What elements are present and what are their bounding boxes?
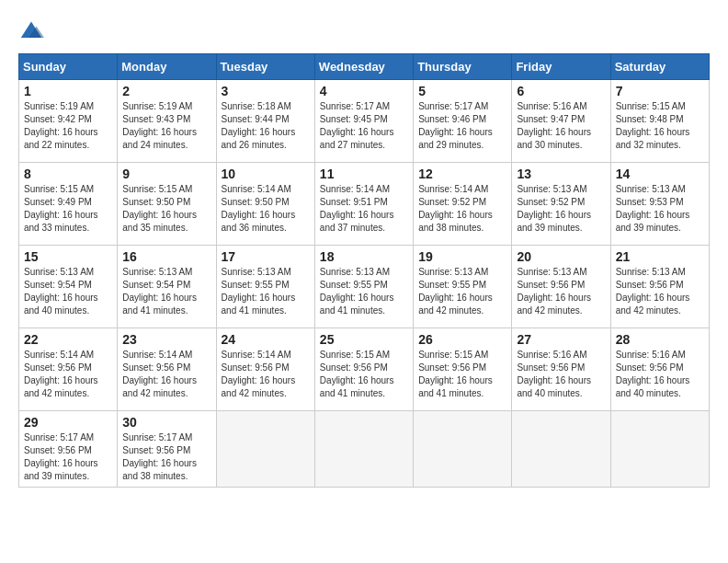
calendar-week-row: 8 Sunrise: 5:15 AM Sunset: 9:49 PM Dayli… — [19, 163, 710, 246]
day-number: 15 — [24, 249, 112, 264]
calendar-day-cell: 8 Sunrise: 5:15 AM Sunset: 9:49 PM Dayli… — [19, 163, 118, 246]
calendar-day-header: Monday — [118, 54, 216, 80]
day-info: Sunrise: 5:13 AM Sunset: 9:55 PM Dayligh… — [418, 266, 506, 317]
calendar-day-cell: 14 Sunrise: 5:13 AM Sunset: 9:53 PM Dayl… — [610, 163, 709, 246]
day-number: 20 — [517, 249, 605, 264]
day-info: Sunrise: 5:14 AM Sunset: 9:56 PM Dayligh… — [24, 349, 112, 400]
day-number: 14 — [616, 167, 704, 181]
calendar-day-cell — [314, 411, 413, 488]
day-info: Sunrise: 5:14 AM Sunset: 9:56 PM Dayligh… — [222, 349, 310, 400]
calendar-day-header: Saturday — [610, 54, 709, 80]
calendar-day-cell: 26 Sunrise: 5:15 AM Sunset: 9:56 PM Dayl… — [414, 328, 512, 411]
calendar-day-cell — [414, 411, 512, 488]
calendar-day-cell: 2 Sunrise: 5:19 AM Sunset: 9:43 PM Dayli… — [118, 80, 216, 163]
day-number: 6 — [517, 84, 605, 98]
day-number: 17 — [222, 249, 310, 264]
calendar-day-cell: 28 Sunrise: 5:16 AM Sunset: 9:56 PM Dayl… — [610, 328, 709, 411]
calendar-day-cell: 4 Sunrise: 5:17 AM Sunset: 9:45 PM Dayli… — [314, 80, 413, 163]
calendar-day-cell: 27 Sunrise: 5:16 AM Sunset: 9:56 PM Dayl… — [512, 328, 610, 411]
day-number: 12 — [418, 167, 506, 181]
logo — [18, 18, 48, 44]
calendar-day-cell: 9 Sunrise: 5:15 AM Sunset: 9:50 PM Dayli… — [118, 163, 216, 246]
day-number: 22 — [24, 332, 112, 347]
calendar-day-cell: 13 Sunrise: 5:13 AM Sunset: 9:52 PM Dayl… — [512, 163, 610, 246]
calendar-day-cell: 10 Sunrise: 5:14 AM Sunset: 9:50 PM Dayl… — [216, 163, 314, 246]
calendar-day-cell — [216, 411, 314, 488]
day-info: Sunrise: 5:17 AM Sunset: 9:45 PM Dayligh… — [320, 100, 408, 152]
day-number: 4 — [320, 84, 408, 98]
day-info: Sunrise: 5:14 AM Sunset: 9:52 PM Dayligh… — [418, 183, 506, 235]
day-number: 24 — [222, 332, 310, 347]
day-number: 18 — [320, 249, 408, 264]
day-number: 10 — [222, 167, 310, 181]
day-number: 21 — [616, 249, 704, 264]
calendar-day-cell — [512, 411, 610, 488]
day-number: 19 — [418, 249, 506, 264]
calendar-day-cell: 15 Sunrise: 5:13 AM Sunset: 9:54 PM Dayl… — [19, 246, 118, 328]
calendar-table: SundayMondayTuesdayWednesdayThursdayFrid… — [18, 53, 710, 488]
calendar-day-cell: 24 Sunrise: 5:14 AM Sunset: 9:56 PM Dayl… — [216, 328, 314, 411]
calendar-day-cell: 16 Sunrise: 5:13 AM Sunset: 9:54 PM Dayl… — [118, 246, 216, 328]
day-info: Sunrise: 5:17 AM Sunset: 9:56 PM Dayligh… — [122, 431, 210, 483]
day-info: Sunrise: 5:19 AM Sunset: 9:43 PM Dayligh… — [122, 100, 210, 152]
calendar-week-row: 1 Sunrise: 5:19 AM Sunset: 9:42 PM Dayli… — [19, 80, 710, 163]
calendar-day-cell: 17 Sunrise: 5:13 AM Sunset: 9:55 PM Dayl… — [216, 246, 314, 328]
day-info: Sunrise: 5:15 AM Sunset: 9:56 PM Dayligh… — [320, 349, 408, 400]
calendar-day-header: Thursday — [414, 54, 512, 80]
day-info: Sunrise: 5:15 AM Sunset: 9:48 PM Dayligh… — [616, 100, 704, 152]
day-info: Sunrise: 5:16 AM Sunset: 9:56 PM Dayligh… — [517, 349, 605, 400]
day-info: Sunrise: 5:17 AM Sunset: 9:56 PM Dayligh… — [24, 431, 112, 483]
calendar-day-cell: 6 Sunrise: 5:16 AM Sunset: 9:47 PM Dayli… — [512, 80, 610, 163]
day-number: 16 — [122, 249, 210, 264]
calendar-day-cell: 19 Sunrise: 5:13 AM Sunset: 9:55 PM Dayl… — [414, 246, 512, 328]
day-info: Sunrise: 5:17 AM Sunset: 9:46 PM Dayligh… — [418, 100, 506, 152]
day-info: Sunrise: 5:19 AM Sunset: 9:42 PM Dayligh… — [24, 100, 112, 152]
day-info: Sunrise: 5:13 AM Sunset: 9:56 PM Dayligh… — [616, 266, 704, 317]
day-info: Sunrise: 5:14 AM Sunset: 9:56 PM Dayligh… — [122, 349, 210, 400]
logo-icon — [18, 18, 44, 44]
day-info: Sunrise: 5:13 AM Sunset: 9:52 PM Dayligh… — [517, 183, 605, 235]
page-header — [18, 18, 710, 44]
calendar-day-header: Sunday — [19, 54, 118, 80]
day-info: Sunrise: 5:13 AM Sunset: 9:55 PM Dayligh… — [222, 266, 310, 317]
day-number: 29 — [24, 415, 112, 430]
day-number: 28 — [616, 332, 704, 347]
day-info: Sunrise: 5:13 AM Sunset: 9:54 PM Dayligh… — [24, 266, 112, 317]
calendar-week-row: 15 Sunrise: 5:13 AM Sunset: 9:54 PM Dayl… — [19, 246, 710, 328]
day-number: 27 — [517, 332, 605, 347]
day-number: 9 — [122, 167, 210, 181]
calendar-day-cell: 12 Sunrise: 5:14 AM Sunset: 9:52 PM Dayl… — [414, 163, 512, 246]
calendar-day-cell: 20 Sunrise: 5:13 AM Sunset: 9:56 PM Dayl… — [512, 246, 610, 328]
day-info: Sunrise: 5:13 AM Sunset: 9:56 PM Dayligh… — [517, 266, 605, 317]
day-number: 25 — [320, 332, 408, 347]
day-info: Sunrise: 5:15 AM Sunset: 9:49 PM Dayligh… — [24, 183, 112, 235]
calendar-week-row: 29 Sunrise: 5:17 AM Sunset: 9:56 PM Dayl… — [19, 411, 710, 488]
calendar-day-cell: 29 Sunrise: 5:17 AM Sunset: 9:56 PM Dayl… — [19, 411, 118, 488]
day-info: Sunrise: 5:14 AM Sunset: 9:51 PM Dayligh… — [320, 183, 408, 235]
day-number: 11 — [320, 167, 408, 181]
day-info: Sunrise: 5:15 AM Sunset: 9:56 PM Dayligh… — [418, 349, 506, 400]
day-number: 23 — [122, 332, 210, 347]
calendar-week-row: 22 Sunrise: 5:14 AM Sunset: 9:56 PM Dayl… — [19, 328, 710, 411]
calendar-header-row: SundayMondayTuesdayWednesdayThursdayFrid… — [19, 54, 710, 80]
calendar-day-cell: 30 Sunrise: 5:17 AM Sunset: 9:56 PM Dayl… — [118, 411, 216, 488]
day-number: 3 — [222, 84, 310, 98]
day-info: Sunrise: 5:13 AM Sunset: 9:53 PM Dayligh… — [616, 183, 704, 235]
day-number: 2 — [122, 84, 210, 98]
day-info: Sunrise: 5:18 AM Sunset: 9:44 PM Dayligh… — [222, 100, 310, 152]
day-number: 13 — [517, 167, 605, 181]
calendar-day-header: Wednesday — [314, 54, 413, 80]
day-number: 5 — [418, 84, 506, 98]
day-number: 30 — [122, 415, 210, 430]
day-info: Sunrise: 5:13 AM Sunset: 9:55 PM Dayligh… — [320, 266, 408, 317]
day-number: 8 — [24, 167, 112, 181]
calendar-day-cell: 18 Sunrise: 5:13 AM Sunset: 9:55 PM Dayl… — [314, 246, 413, 328]
calendar-day-header: Friday — [512, 54, 610, 80]
day-number: 26 — [418, 332, 506, 347]
day-info: Sunrise: 5:16 AM Sunset: 9:56 PM Dayligh… — [616, 349, 704, 400]
calendar-day-cell: 11 Sunrise: 5:14 AM Sunset: 9:51 PM Dayl… — [314, 163, 413, 246]
calendar-day-cell: 7 Sunrise: 5:15 AM Sunset: 9:48 PM Dayli… — [610, 80, 709, 163]
day-number: 7 — [616, 84, 704, 98]
calendar-day-cell: 25 Sunrise: 5:15 AM Sunset: 9:56 PM Dayl… — [314, 328, 413, 411]
calendar-day-header: Tuesday — [216, 54, 314, 80]
